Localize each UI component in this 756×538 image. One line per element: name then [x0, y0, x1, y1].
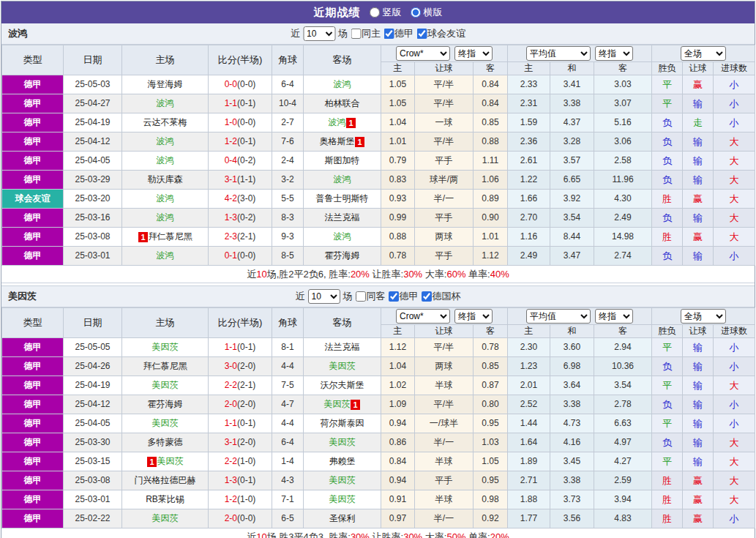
- score-cell: 1-3(0-2): [209, 209, 272, 228]
- match-count-select[interactable]: 10: [303, 26, 335, 41]
- score-cell: 2-0(2-0): [209, 395, 272, 414]
- home-team-name: 美因茨: [152, 380, 179, 390]
- away-team-name: 弗赖堡: [329, 456, 356, 466]
- filter-controls: 近10场同客德甲德国杯: [296, 286, 461, 307]
- score-cell: 4-2(3-0): [209, 190, 272, 209]
- halftime-score: (0-1): [237, 475, 255, 485]
- avg-away: 2.59: [594, 471, 652, 490]
- column-header-sub-1: 让球: [415, 325, 474, 338]
- odds-away: 0.92: [474, 509, 508, 528]
- away-team-cell: 法兰克福: [304, 209, 381, 228]
- league-filter-1-option[interactable]: 德甲: [383, 27, 413, 40]
- column-header-sub-7: 让球: [683, 325, 714, 338]
- vertical-layout-option[interactable]: 竖版: [370, 6, 402, 19]
- final-index-select[interactable]: 终指: [454, 309, 493, 324]
- avg-draw: 6.98: [550, 357, 594, 376]
- bookmaker-select[interactable]: Crow*: [396, 309, 450, 324]
- summary-segment: 30%: [403, 269, 422, 280]
- match-row: 德甲25-03-29勒沃库森3-1(1-1)3-2波鸿0.83球半/两1.061…: [2, 171, 755, 190]
- odds-away: 0.85: [474, 357, 508, 376]
- column-header-main-5: 客场: [304, 308, 381, 338]
- final-index-select-2[interactable]: 终指: [595, 309, 633, 324]
- handicap-outcome: 赢: [683, 75, 714, 94]
- league-type-badge: 德甲: [2, 152, 64, 171]
- halftime-score: (0-1): [237, 418, 255, 428]
- odds-home: 1.12: [381, 338, 415, 357]
- match-count-select[interactable]: 10: [308, 289, 340, 304]
- fulltime-score: 1-0: [225, 117, 237, 127]
- match-date: 25-03-16: [64, 209, 122, 228]
- fulltime-score: 0-0: [225, 79, 237, 89]
- away-team-cell: 美因茨: [304, 433, 381, 452]
- odds-home: 0.83: [381, 171, 415, 190]
- match-row: 德甲25-04-12波鸿1-2(0-1)7-6奥格斯堡11.01平/半0.882…: [2, 132, 755, 152]
- away-team-cell: 弗赖堡: [304, 452, 381, 471]
- same-venue-checkbox[interactable]: [356, 291, 366, 302]
- column-header-sub-3: 主: [508, 325, 550, 338]
- results-table: 类型日期主场比分(半场)角球客场Crow*终指平均值终指全场主让球客主和客胜负让…: [1, 307, 755, 528]
- same-venue-option[interactable]: 同客: [356, 290, 386, 303]
- goals-outcome: 小: [714, 247, 755, 266]
- column-header-main-5: 客场: [304, 45, 381, 75]
- horizontal-layout-option[interactable]: 横版: [411, 6, 443, 19]
- average-select[interactable]: 平均值: [526, 309, 591, 324]
- same-venue-option[interactable]: 同主: [351, 27, 381, 40]
- league-type-badge: 德甲: [2, 209, 64, 228]
- fulltime-score: 1-1: [225, 342, 237, 352]
- score-cell: 0-0(0-0): [209, 75, 272, 94]
- result-outcome: 负: [652, 209, 683, 228]
- odds-handicap: 球半/两: [415, 171, 474, 190]
- away-team-name: 美因茨: [329, 437, 356, 447]
- league-filter-1-option[interactable]: 德甲: [389, 290, 419, 303]
- final-index-select-2[interactable]: 终指: [595, 46, 633, 61]
- home-team-cell: 波鸿: [122, 190, 209, 209]
- match-date: 25-03-08: [64, 228, 122, 247]
- result-outcome: 负: [652, 171, 683, 190]
- avg-away: 4.97: [594, 433, 652, 452]
- match-date: 25-03-20: [64, 190, 122, 209]
- away-team-cell: 斯图加特: [304, 152, 381, 171]
- bookmaker-select[interactable]: Crow*: [396, 46, 450, 61]
- vertical-layout-radio[interactable]: [370, 7, 380, 18]
- league-filter-2-option[interactable]: 球会友谊: [416, 27, 465, 40]
- away-team-cell: 荷尔斯泰因: [304, 414, 381, 433]
- same-venue-checkbox[interactable]: [351, 29, 361, 39]
- avg-draw: 4.73: [550, 414, 594, 433]
- handicap-outcome: 输: [683, 94, 714, 113]
- league-type-badge: 德甲: [2, 471, 64, 490]
- match-row: 德甲25-05-03海登海姆0-0(0-0)6-4波鸿1.05平/半0.842.…: [2, 75, 755, 94]
- handicap-outcome: 输: [683, 209, 714, 228]
- fulltime-score: 2-2: [225, 456, 237, 466]
- home-team-cell: 波鸿: [122, 209, 209, 228]
- horizontal-layout-radio[interactable]: [411, 7, 421, 18]
- average-select[interactable]: 平均值: [526, 46, 591, 61]
- result-outcome: 胜: [652, 490, 683, 509]
- league-filter-1-checkbox[interactable]: [389, 291, 399, 302]
- league-filter-2-checkbox[interactable]: [422, 291, 432, 302]
- bookmaker-select-group: Crow*终指: [381, 308, 508, 325]
- fulltime-scope-select[interactable]: 全场: [681, 309, 726, 324]
- corner-count: 9-3: [272, 228, 304, 247]
- recent-results-panel: 近期战绩 竖版 横版 波鸿近10场同主德甲球会友谊类型日期主场比分(半场)角球客…: [1, 1, 755, 538]
- score-cell: 1-1(0-1): [209, 414, 272, 433]
- fulltime-scope-select[interactable]: 全场: [681, 46, 726, 61]
- odds-handicap: 平/半: [415, 75, 474, 94]
- summary-segment: 60%: [446, 269, 465, 280]
- league-filter-2-checkbox[interactable]: [416, 29, 427, 39]
- final-index-select[interactable]: 终指: [454, 46, 493, 61]
- odds-handicap: 半球: [415, 376, 474, 395]
- match-date: 25-04-27: [64, 94, 122, 113]
- home-team-name: 勒沃库森: [148, 174, 183, 184]
- avg-away: 11.96: [594, 171, 652, 190]
- handicap-outcome: 输: [683, 452, 714, 471]
- red-card-badge: 1: [351, 400, 359, 410]
- handicap-outcome: 输: [683, 132, 714, 152]
- odds-handicap: 平手: [415, 209, 474, 228]
- league-filter-1-checkbox[interactable]: [383, 29, 394, 39]
- league-filter-2-option[interactable]: 德国杯: [422, 290, 461, 303]
- handicap-outcome: 输: [683, 433, 714, 452]
- odds-handicap: 平/半: [415, 94, 474, 113]
- avg-draw: 3.38: [550, 395, 594, 414]
- away-team-name: 斯图加特: [325, 155, 360, 165]
- halftime-score: (0-2): [237, 212, 255, 223]
